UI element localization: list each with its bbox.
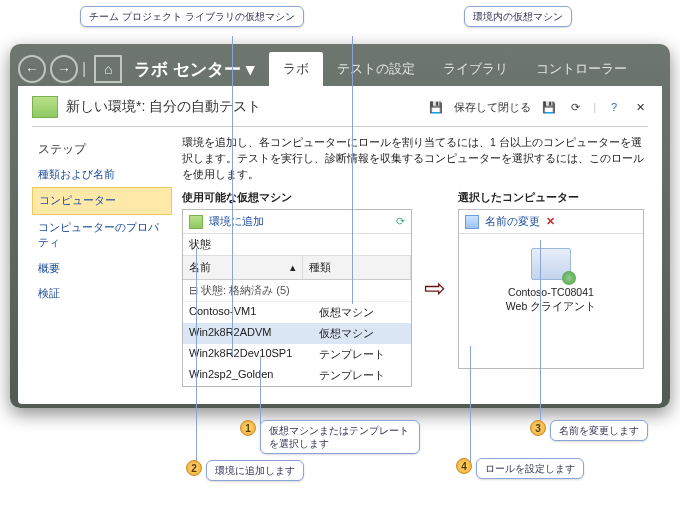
tab-test-settings[interactable]: テストの設定	[323, 52, 429, 86]
callout-library-vm: チーム プロジェクト ライブラリの仮想マシン	[80, 6, 304, 27]
col-type[interactable]: 種類	[303, 256, 411, 279]
col-name[interactable]: 名前	[189, 260, 211, 275]
add-env-icon	[189, 215, 203, 229]
connector-line	[232, 36, 233, 356]
state-filter[interactable]: 状態	[183, 234, 411, 256]
connector-line	[352, 36, 353, 304]
sidebar-item-verify[interactable]: 検証	[32, 281, 172, 306]
refresh-icon[interactable]: ⟳	[567, 99, 583, 115]
sidebar-item-summary[interactable]: 概要	[32, 256, 172, 281]
connector-line	[470, 346, 471, 462]
instruction-text: 環境を追加し、各コンピューターにロールを割り当てるには、1 台以上のコンピュータ…	[182, 135, 644, 182]
callout-env-vm: 環境内の仮想マシン	[464, 6, 572, 27]
available-vm-panel: 環境に追加 ⟳ 状態 名前▴ 種類 ⊟ 状態: 格納済み (5) Contoso…	[182, 209, 412, 387]
table-row[interactable]: Win2sp2_Goldenテンプレート	[183, 365, 411, 386]
environment-icon	[32, 96, 58, 118]
tab-library[interactable]: ライブラリ	[429, 52, 522, 86]
sidebar-item-computers[interactable]: コンピューター	[32, 187, 172, 214]
content-area: 新しい環境*: 自分の自動テスト 💾 保存して閉じる 💾 ⟳ | ? ✕ ステッ…	[18, 86, 662, 404]
add-to-env-button[interactable]: 環境に追加	[209, 214, 264, 229]
selected-vm[interactable]: Contoso-TC08041 Web クライアント	[459, 234, 643, 327]
forward-button[interactable]: →	[50, 55, 78, 83]
sidebar-header: ステップ	[32, 137, 172, 162]
rename-icon	[465, 215, 479, 229]
selected-panel: 名前の変更 ✕ Contoso-TC08041 Web クライアント	[458, 209, 644, 369]
table-row[interactable]: Win2k8R2ADVM仮想マシン	[183, 323, 411, 344]
computer-icon	[531, 248, 571, 280]
table-row[interactable]: Win2k8R2Dev10SP1テンプレート	[183, 344, 411, 365]
main-tabs: ラボ テストの設定 ライブラリ コントローラー	[269, 52, 641, 86]
delete-button[interactable]: ✕	[546, 215, 555, 228]
transfer-arrow-icon: ⇨	[420, 273, 450, 304]
document-header: 新しい環境*: 自分の自動テスト 💾 保存して閉じる 💾 ⟳ | ? ✕	[32, 96, 648, 127]
separator: |	[82, 60, 86, 78]
annotation-4: 4ロールを設定します	[456, 458, 584, 479]
tab-controller[interactable]: コントローラー	[522, 52, 641, 86]
vm-name: Contoso-TC08041	[506, 286, 596, 300]
sidebar-item-computer-props[interactable]: コンピューターのプロパティ	[32, 215, 172, 256]
available-vm-header: 使用可能な仮想マシン	[182, 190, 412, 205]
annotation-3: 3名前を変更します	[530, 420, 648, 441]
annotation-1: 1仮想マシンまたはテンプレートを選択します	[240, 420, 420, 454]
save-close-button[interactable]: 保存して閉じる	[454, 100, 531, 115]
group-row[interactable]: ⊟ 状態: 格納済み (5)	[183, 280, 411, 302]
back-button[interactable]: ←	[18, 55, 46, 83]
step-sidebar: ステップ 種類および名前 コンピューター コンピューターのプロパティ 概要 検証	[32, 127, 172, 394]
main-panel: 環境を追加し、各コンピューターにロールを割り当てるには、1 台以上のコンピュータ…	[172, 127, 648, 394]
connector-line	[260, 356, 261, 424]
help-icon[interactable]: ?	[606, 99, 622, 115]
rename-button[interactable]: 名前の変更	[485, 214, 540, 229]
annotation-2: 2環境に追加します	[186, 460, 304, 481]
selected-computers-header: 選択したコンピューター	[458, 190, 644, 205]
app-title: ラボ センター ▾	[134, 58, 254, 81]
tab-lab[interactable]: ラボ	[269, 52, 323, 86]
refresh-list-icon[interactable]: ⟳	[396, 215, 405, 228]
connector-line	[540, 240, 541, 426]
connector-line	[196, 248, 197, 464]
app-window: ← → | ⌂ ラボ センター ▾ ラボ テストの設定 ライブラリ コントローラ…	[10, 44, 670, 408]
sidebar-item-type-name[interactable]: 種類および名前	[32, 162, 172, 187]
save-close-icon[interactable]: 💾	[428, 99, 444, 115]
vm-role: Web クライアント	[506, 300, 596, 314]
close-icon[interactable]: ✕	[632, 99, 648, 115]
window-topbar: ← → | ⌂ ラボ センター ▾ ラボ テストの設定 ライブラリ コントローラ…	[18, 52, 662, 86]
table-header: 名前▴ 種類	[183, 256, 411, 280]
home-button[interactable]: ⌂	[94, 55, 122, 83]
save-icon[interactable]: 💾	[541, 99, 557, 115]
table-row[interactable]: Contoso-VM1仮想マシン	[183, 302, 411, 323]
sort-icon[interactable]: ▴	[290, 261, 296, 274]
